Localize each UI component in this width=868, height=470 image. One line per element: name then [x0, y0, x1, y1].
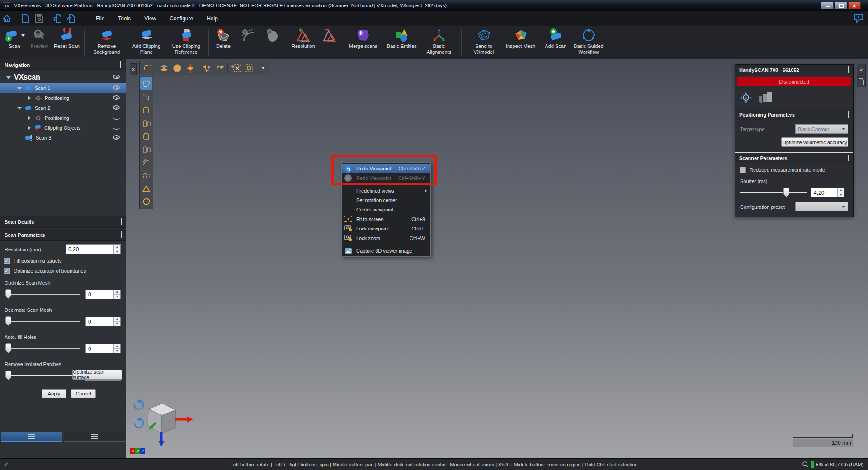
detail-view-toggle[interactable]: [64, 432, 125, 442]
decimate-scan-mesh-input[interactable]: 0: [85, 317, 121, 326]
toolbar-reset-scan-button[interactable]: Reset Scan: [52, 26, 82, 59]
dashed-region-tool[interactable]: [140, 169, 152, 182]
optimize-scan-surface-button[interactable]: Optimize scan surface: [72, 370, 122, 380]
auto-fill-holes-input[interactable]: 0: [85, 344, 121, 353]
select-visible-tool-button[interactable]: [171, 62, 183, 74]
menu-item-lock-zoom[interactable]: Lock zoom Ctrl+W: [342, 233, 430, 243]
selection-rectangle-tool-button[interactable]: [142, 62, 154, 74]
menu-item-set-rotation-center[interactable]: Set rotation center: [342, 195, 430, 205]
viewport-3d[interactable]: «: [126, 59, 868, 458]
toolbar-merge-scans-button[interactable]: Merge scans: [347, 26, 380, 59]
optimize-volumetric-accuracy-button[interactable]: Optimize volumetric accuracy: [781, 137, 848, 147]
expand-icon[interactable]: [6, 76, 11, 79]
expand-icon[interactable]: [28, 116, 31, 120]
tree-item-scan2-positioning[interactable]: Positioning: [0, 113, 126, 123]
scan-parameters-header[interactable]: Scan Parameters: [0, 229, 126, 241]
toolbar-delete-curve-button[interactable]: [236, 26, 260, 59]
remove-isolated-patches-slider[interactable]: [5, 371, 80, 381]
menu-help[interactable]: Help: [200, 13, 225, 24]
target-type-dropdown[interactable]: Black Contour: [795, 124, 848, 134]
brush-selection-tool-1[interactable]: [140, 103, 152, 116]
panel-document-button[interactable]: [857, 76, 866, 87]
slider-thumb[interactable]: [5, 289, 11, 299]
toolbar-remove-background-button[interactable]: Remove Background: [87, 26, 127, 59]
menu-item-redo-viewpoint[interactable]: Redo Viewpoint Ctrl+Shift+Y: [342, 173, 430, 183]
menu-item-capture-3d-viewer-image[interactable]: Capture 3D viewer image: [342, 246, 430, 255]
shutter-input[interactable]: 4,20: [811, 188, 844, 197]
tree-item-scan1[interactable]: Scan 1: [0, 83, 126, 93]
tree-item-clipping-objects[interactable]: Clipping Objects: [0, 123, 126, 133]
toolbar-scan-button[interactable]: Scan: [2, 26, 27, 59]
viewport-toolbar-collapse-button[interactable]: «: [130, 63, 137, 75]
toolbar-send-to-vxmodel-button[interactable]: Send to VXmodel: [464, 26, 504, 59]
toolbar-delete-patch-button[interactable]: [260, 26, 284, 59]
scanner-resolution-bars-icon[interactable]: [758, 91, 773, 104]
select-through-tool-button[interactable]: [158, 62, 170, 74]
toolbar-basic-alignments-button[interactable]: Basic Alignments: [419, 26, 459, 59]
toolbar-basic-entities-button[interactable]: Basic Entities: [385, 26, 419, 59]
flip-selection-right-button[interactable]: [213, 62, 226, 74]
visibility-eye-icon[interactable]: [113, 75, 120, 79]
auto-fill-holes-slider[interactable]: [5, 343, 80, 353]
toolbar-add-scan-button[interactable]: Add Scan: [542, 26, 569, 59]
menu-item-center-viewpoint[interactable]: Center viewpoint: [342, 205, 430, 214]
visibility-eye-icon[interactable]: [113, 85, 120, 90]
toolbar-resolution-decrease-button[interactable]: [317, 26, 342, 59]
optimize-scan-mesh-slider[interactable]: [5, 289, 80, 299]
resolution-input[interactable]: 0,20: [66, 244, 121, 254]
slider-thumb[interactable]: [5, 316, 11, 326]
menu-file[interactable]: File: [89, 13, 111, 24]
spinner[interactable]: [113, 290, 120, 299]
visibility-eye-icon[interactable]: [113, 135, 120, 140]
collapse-icon[interactable]: [120, 61, 121, 68]
fill-positioning-targets-checkbox[interactable]: ✓: [4, 258, 10, 264]
visibility-eye-icon[interactable]: [113, 95, 120, 100]
toolbar-delete-button[interactable]: Delete: [211, 26, 236, 59]
positioning-parameters-header[interactable]: Positioning Parameters: [735, 109, 853, 120]
spinner[interactable]: [113, 317, 120, 326]
scan-details-header[interactable]: Scan Details: [0, 216, 126, 228]
expand-icon[interactable]: [17, 107, 22, 110]
menu-item-fit-to-screen[interactable]: Fit to screen Ctrl+9: [342, 214, 430, 224]
resolution-spinner[interactable]: [113, 245, 120, 254]
zoom-out-selection-button[interactable]: [230, 62, 242, 74]
expand-icon[interactable]: [28, 126, 31, 130]
optimize-accuracy-checkbox[interactable]: ✓: [4, 268, 10, 274]
toolbar-resolution-increase-button[interactable]: Resolution: [289, 26, 317, 59]
viewport-toolbar-more-button[interactable]: [256, 62, 268, 74]
collapse-icon[interactable]: [121, 231, 122, 238]
menu-configure[interactable]: Configure: [163, 13, 200, 24]
maximize-button[interactable]: [835, 2, 847, 9]
freeform-selection-tool[interactable]: [140, 77, 152, 90]
cancel-button[interactable]: Cancel: [71, 389, 96, 398]
tree-item-scan1-positioning[interactable]: Positioning: [0, 93, 126, 103]
collapse-icon[interactable]: [848, 111, 849, 118]
spinner[interactable]: [837, 188, 844, 197]
scan-dropdown-caret[interactable]: [21, 34, 25, 37]
triangle-selection-tool[interactable]: [140, 182, 152, 195]
brush-selection-tool-2[interactable]: [140, 117, 152, 129]
reduced-rate-checkbox[interactable]: [740, 167, 746, 173]
scanner-panel-header[interactable]: HandySCAN 700 - 661052: [735, 65, 853, 75]
flip-selection-left-button[interactable]: [200, 62, 212, 74]
tree-item-vxscan[interactable]: VXscan: [0, 71, 126, 83]
slider-thumb[interactable]: [5, 343, 11, 353]
apply-button[interactable]: Apply: [42, 389, 66, 398]
toolbar-basic-guided-workflow-button[interactable]: Basic Guided Workflow: [569, 26, 609, 59]
expand-icon[interactable]: [17, 87, 22, 90]
brush-selection-tool-3[interactable]: [140, 130, 152, 142]
expand-icon[interactable]: [121, 218, 122, 225]
visibility-eye-closed-icon[interactable]: [113, 126, 120, 130]
decimate-scan-mesh-slider[interactable]: [5, 316, 80, 326]
slider-thumb[interactable]: [783, 188, 789, 197]
shutter-slider[interactable]: [740, 188, 807, 197]
configuration-preset-dropdown[interactable]: [795, 202, 848, 212]
close-button[interactable]: ✕: [848, 2, 861, 9]
feedback-button[interactable]: [853, 12, 864, 25]
export-session-button[interactable]: [64, 12, 78, 25]
home-button[interactable]: [0, 12, 14, 25]
brush-selection-tool-4[interactable]: [140, 143, 152, 155]
tree-item-scan2[interactable]: Scan 2: [0, 103, 126, 113]
navigation-cube[interactable]: [128, 399, 196, 447]
save-button[interactable]: [32, 12, 46, 25]
